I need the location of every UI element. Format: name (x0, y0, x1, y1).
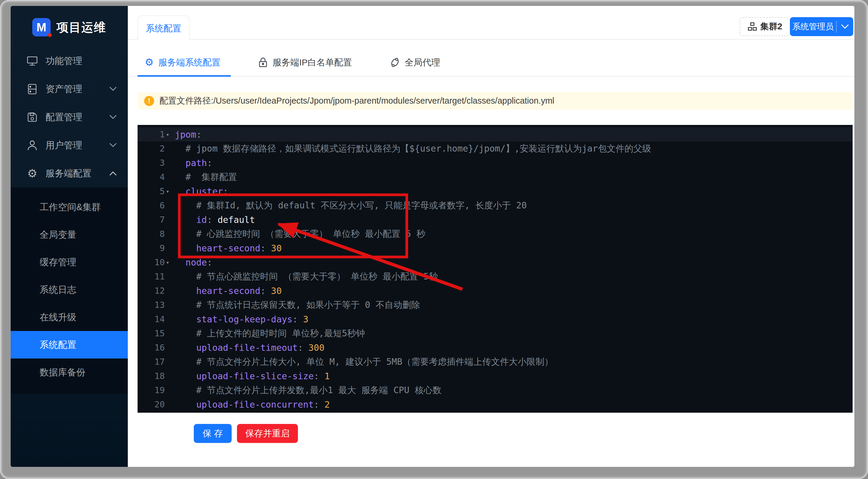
proxy-icon (390, 57, 400, 67)
jpom-logo-icon: M (32, 18, 51, 36)
code-line-13[interactable]: 13 # 节点统计日志保留天数, 如果小于等于 0 不自动删除 (137, 298, 852, 312)
logo-red-dot (48, 33, 52, 37)
main-panel: 系统配置 集群2 系统管理员 (128, 6, 855, 467)
sidebar-item-资产管理[interactable]: 资产管理 (11, 75, 128, 103)
active-tab-inkbar (137, 75, 231, 77)
line-number: 4 (137, 172, 165, 182)
chevron-down-icon (110, 143, 117, 147)
code-line-8[interactable]: 8 # 心跳监控时间 （需要大于零） 单位秒 最小配置 5 秒 (137, 227, 852, 241)
code-line-14[interactable]: 14 stat-log-keep-days: 3 (137, 312, 852, 326)
yaml-editor[interactable]: 1▾jpom:2 # jpom 数据存储路径，如果调试模式运行默认路径为【${u… (137, 125, 852, 413)
line-number: 2 (137, 144, 165, 154)
code-line-5[interactable]: 5▾ cluster: (137, 184, 852, 198)
line-number: 1 (137, 129, 165, 140)
sidebar-item-功能管理[interactable]: 功能管理 (11, 47, 128, 75)
code-text: jpom: (175, 129, 202, 140)
sidebar-subitem-工作空间&集群[interactable]: 工作空间&集群 (11, 193, 128, 221)
sidebar-submenu: 工作空间&集群全局变量缓存管理系统日志在线升级系统配置数据库备份 (11, 187, 128, 394)
gear-icon: ⚙ (26, 168, 38, 179)
code-text: # jpom 数据存储路径，如果调试模式运行默认路径为【${user.home}… (175, 143, 651, 155)
subtab-全局代理[interactable]: 全局代理 (390, 57, 440, 69)
sidebar-subitem-缓存管理[interactable]: 缓存管理 (11, 248, 128, 276)
code-line-16[interactable]: 16 upload-file-timeout: 300 (137, 340, 852, 355)
config-subtabs: ⚙服务端系统配置服务端IP白名单配置全局代理 (128, 49, 855, 77)
gear-icon: ⚙ (145, 57, 154, 68)
code-line-19[interactable]: 19 # 节点文件分片上传并发数,最小1 最大 服务端 CPU 核心数 (137, 383, 852, 397)
warning-icon: ! (144, 96, 154, 106)
code-line-12[interactable]: 12 heart-second: 30 (137, 283, 852, 298)
line-number: 16 (137, 342, 165, 353)
sidebar-subitem-系统配置[interactable]: 系统配置 (11, 331, 128, 359)
sidebar-subitem-全局变量[interactable]: 全局变量 (11, 221, 128, 248)
code-text: # 心跳监控时间 （需要大于零） 单位秒 最小配置 5 秒 (175, 228, 426, 240)
sidebar-item-配置管理[interactable]: 配置管理 (11, 103, 128, 131)
save-button[interactable]: 保 存 (194, 424, 231, 443)
line-number: 20 (137, 399, 165, 410)
app-title: 项目运维 (57, 19, 106, 35)
line-number: 18 (137, 371, 165, 381)
line-number: 12 (137, 286, 165, 296)
subtab-label: 全局代理 (405, 57, 440, 69)
page-tab-system-config[interactable]: 系统配置 (137, 16, 190, 41)
code-text: path: (175, 158, 212, 168)
line-number: 11 (137, 271, 165, 281)
chevron-down-icon[interactable] (837, 24, 853, 29)
chevron-down-icon (110, 115, 117, 119)
code-line-20[interactable]: 20 upload-file-concurrent: 2 (137, 397, 852, 412)
sidebar: M 项目运维 功能管理资产管理配置管理用户管理⚙服务端配置 工作空间&集群全局变… (11, 6, 128, 467)
fold-marker-icon[interactable]: ▾ (165, 131, 175, 138)
line-number: 15 (137, 328, 165, 338)
line-number: 17 (137, 357, 165, 367)
code-text: heart-second: 30 (175, 286, 282, 296)
sidebar-item-用户管理[interactable]: 用户管理 (11, 131, 128, 159)
fold-marker-icon[interactable]: ▾ (165, 188, 175, 194)
save-and-restart-button[interactable]: 保存并重启 (237, 424, 298, 443)
code-text: # 集群Id, 默认为 default 不区分大小写, 只能是字母或者数字, 长… (175, 200, 527, 212)
sidebar-item-label: 功能管理 (45, 55, 117, 67)
monitor-icon (26, 56, 38, 66)
config-path-alert: ! 配置文件路径:/Users/user/IdeaProjects/Jpom/j… (137, 92, 852, 110)
line-number: 10 (137, 257, 165, 267)
sidebar-subitem-在线升级[interactable]: 在线升级 (11, 303, 128, 331)
app-root: M 项目运维 功能管理资产管理配置管理用户管理⚙服务端配置 工作空间&集群全局变… (11, 6, 855, 467)
sidebar-subitem-系统日志[interactable]: 系统日志 (11, 276, 128, 303)
code-line-17[interactable]: 17 # 节点文件分片上传大小, 单位 M, 建议小于 5MB（需要考虑插件端上… (137, 355, 852, 369)
line-number: 14 (137, 314, 165, 324)
chevron-down-icon (110, 87, 117, 91)
code-text: cluster: (175, 186, 228, 197)
code-text: upload-file-timeout: 300 (175, 342, 324, 353)
code-line-1[interactable]: 1▾jpom: (137, 127, 852, 142)
asset-server-icon (26, 84, 38, 94)
code-line-4[interactable]: 4 # 集群配置 (137, 170, 852, 184)
window-frame: M 项目运维 功能管理资产管理配置管理用户管理⚙服务端配置 工作空间&集群全局变… (0, 0, 868, 479)
code-text: # 上传文件的超时时间 单位秒,最短5秒钟 (175, 327, 365, 339)
cluster-select-button[interactable]: 集群2 (740, 17, 790, 36)
save-floppy-icon (26, 112, 38, 122)
line-number: 6 (137, 201, 165, 210)
sidebar-subitem-数据库备份[interactable]: 数据库备份 (11, 359, 128, 386)
code-line-2[interactable]: 2 # jpom 数据存储路径，如果调试模式运行默认路径为【${user.hom… (137, 142, 852, 156)
subtab-label: 服务端IP白名单配置 (273, 57, 352, 69)
code-line-3[interactable]: 3 path: (137, 156, 852, 170)
code-line-6[interactable]: 6 # 集群Id, 默认为 default 不区分大小写, 只能是字母或者数字,… (137, 198, 852, 213)
top-tab-bar: 系统配置 集群2 系统管理员 (128, 6, 855, 40)
config-path-text: 配置文件路径:/Users/user/IdeaProjects/Jpom/jpo… (159, 95, 554, 107)
code-line-18[interactable]: 18 upload-file-slice-size: 1 (137, 369, 852, 383)
sidebar-item-服务端配置[interactable]: ⚙服务端配置 (11, 159, 128, 187)
subtab-服务端IP白名单配置[interactable]: 服务端IP白名单配置 (258, 57, 352, 69)
code-line-11[interactable]: 11 # 节点心跳监控时间 （需要大于零） 单位秒 最小配置 5秒 (137, 269, 852, 283)
code-text: # 节点心跳监控时间 （需要大于零） 单位秒 最小配置 5秒 (175, 271, 438, 283)
code-line-9[interactable]: 9 heart-second: 30 (137, 241, 852, 255)
code-text: # 节点统计日志保留天数, 如果小于等于 0 不自动删除 (175, 299, 420, 311)
code-text: id: default (175, 215, 255, 225)
code-line-10[interactable]: 10▾ node: (137, 255, 852, 269)
code-text: # 节点文件分片上传并发数,最小1 最大 服务端 CPU 核心数 (175, 384, 441, 396)
code-text: # 节点文件分片上传大小, 单位 M, 建议小于 5MB（需要考虑插件端上传文件… (175, 356, 553, 368)
subtab-服务端系统配置[interactable]: ⚙服务端系统配置 (145, 57, 220, 69)
code-line-15[interactable]: 15 # 上传文件的超时时间 单位秒,最短5秒钟 (137, 326, 852, 340)
fold-marker-icon[interactable]: ▾ (165, 259, 175, 266)
admin-user-button[interactable]: 系统管理员 (790, 17, 853, 36)
lock-icon (258, 57, 268, 68)
code-line-7[interactable]: 7 id: default (137, 213, 852, 227)
sidebar-item-label: 资产管理 (45, 83, 110, 95)
